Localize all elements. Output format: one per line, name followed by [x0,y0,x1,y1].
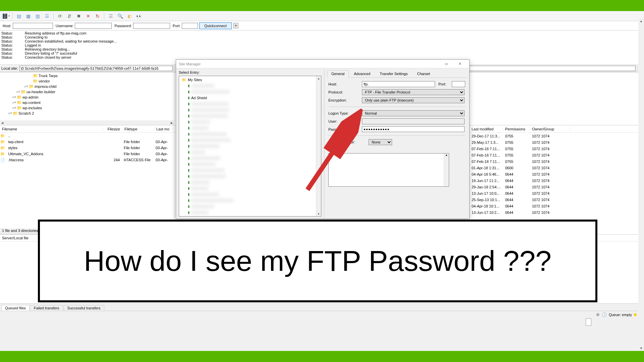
site-tree-item[interactable]: ▮ [180,107,320,113]
site-tree-item[interactable]: ▮ [180,125,320,131]
expand-icon[interactable]: ▫+ [24,84,28,89]
site-tree-item[interactable]: ▮ [180,155,320,161]
toggle-queue-button[interactable]: ☰ [43,12,51,20]
remote-file-row[interactable]: 04-Apr-18 10:1...06441072 1074 [460,203,644,209]
remote-file-row[interactable]: le19-Jun-17 11:2...06441072 1074 [460,177,644,184]
form-encryption-select[interactable]: Only use plain FTP (insecure) [362,97,465,103]
form-user-input[interactable] [362,118,465,124]
password-input[interactable] [133,23,170,29]
site-tree-item[interactable]: ▮ [180,197,320,203]
file-row[interactable]: 📁stylesFile folder03-Apr- [0,145,174,151]
scroll-right-icon[interactable]: ► [169,121,174,125]
reconnect-button[interactable]: ↻ [94,12,101,20]
col-filetype[interactable]: Filetype [122,127,154,131]
tree-item[interactable]: ▫+📁wp-content [1,100,173,105]
col-filesize[interactable]: Filesize [104,127,122,131]
tab-transfer-settings[interactable]: Transfer Settings [375,70,412,78]
site-tree-scroll[interactable]: ▲ ▼ [316,76,321,216]
tab-failed-transfers[interactable]: Failed transfers [30,305,63,311]
file-row[interactable]: 📁iwp-clientFile folder03-Apr- [0,139,174,145]
clock-icon[interactable]: 🕓 [602,312,607,317]
tree-item[interactable]: 📁vendor [1,78,173,84]
tab-queued-files[interactable]: Queued files [1,305,30,311]
comments-scroll[interactable]: ▲ [444,154,449,186]
local-file-list[interactable]: Filename Filesize Filetype Last mo 📁..📁i… [0,125,174,234]
site-tree-item[interactable]: ▮ [180,161,320,167]
tab-successful-transfers[interactable]: Successful transfers [64,305,104,311]
queue-col-server[interactable]: Server/Local file [2,236,29,240]
file-row[interactable]: 📄.htaccess244HTACCESS File03-Apr- [0,157,174,163]
site-tree-item[interactable]: ▮ [180,119,320,125]
expand-icon[interactable]: ▫+ [16,89,20,95]
remote-file-row[interactable]: TA...01-Apr-18 1:31...06001072 1074 [460,165,644,171]
refresh-button[interactable]: ⟳ [56,12,64,20]
process-queue-button[interactable]: ⇵ [66,12,73,20]
quickconnect-button[interactable]: Quickconnect [199,22,232,29]
local-site-input[interactable] [19,66,173,71]
sync-browse-button[interactable]: 👀 [135,12,143,20]
disconnect-button[interactable]: ✕ [85,12,92,20]
toggle-log-button[interactable]: ▤ [15,12,22,20]
quickconnect-dropdown[interactable]: ▾ [233,23,238,28]
username-input[interactable] [75,23,112,29]
site-manager-button[interactable]: 🗄️▾ [2,12,9,20]
toggle-local-tree-button[interactable]: ▦ [24,12,32,20]
site-tree-item[interactable]: ▮ [180,149,320,155]
file-row[interactable]: 📁Ultimate_VC_AddonsFile folder03-Apr- [0,151,174,157]
site-tree-item[interactable]: ▮ [180,167,320,173]
local-tree[interactable]: 📁Truck Tarps📁vendor▫+📁impreza-child▫+📁us… [0,72,174,125]
col-lastmod[interactable]: Last mo [154,127,173,131]
tab-advanced[interactable]: Advanced [350,70,375,78]
compare-button[interactable]: ◐ [126,12,133,20]
cancel-button[interactable]: ✖ [75,12,83,20]
site-tree-item[interactable]: ▮ [180,209,320,216]
search-button[interactable]: 🔍 [116,12,124,20]
site-tree-item[interactable]: ▮ [180,83,320,89]
dialog-titlebar[interactable]: Site Manager ▭ ✕ [176,60,469,68]
site-tree-item[interactable]: ▮ [180,113,320,119]
col-filename[interactable]: Filename [0,127,104,131]
maximize-icon[interactable]: ▭ [440,62,453,66]
gear-icon[interactable]: ⚙ [596,312,600,317]
remote-list-vscroll[interactable]: ▲ ▼ [638,18,644,351]
form-protocol-select[interactable]: FTP - File Transfer Protocol [362,89,465,95]
remote-file-row[interactable]: le13-Jun-17 10:0...06441072 1074 [460,190,644,196]
site-tree-item[interactable]: ▮ [180,203,320,209]
col-permissions[interactable]: Permissions [503,127,530,131]
filter-button[interactable]: ☰ [107,12,114,20]
tree-item[interactable]: ▫+📁wp-includes [1,105,173,111]
site-tree-root[interactable]: 📁My Sites [180,77,320,83]
expand-icon[interactable]: ▫+ [12,105,16,111]
form-host-input[interactable] [362,81,435,87]
scroll-down-icon[interactable]: ▼ [316,212,321,216]
site-tree-item[interactable]: ▮ [180,89,320,95]
tree-item[interactable]: 📁Truck Tarps [1,73,173,78]
expand-icon[interactable]: ▫+ [12,95,16,100]
site-tree-item[interactable]: ▮ [180,143,320,149]
expand-icon[interactable]: ▫+ [12,100,16,105]
site-tree-item[interactable]: ▮ [180,191,320,197]
site-tree[interactable]: 📁My Sites▮ ▮ ▮Ad Shield▮ ▮ ▮ ▮ ▮ ▮ ▮ ▮ ▮… [179,76,321,217]
form-bgcolor-select[interactable]: None [369,139,392,145]
site-tree-item[interactable]: ▮ [180,131,320,137]
host-input[interactable] [13,23,53,29]
tab-charset[interactable]: Charset [413,70,434,78]
site-tree-item[interactable]: ▮ [180,137,320,143]
remote-file-row[interactable]: le25-Sep-13 10:1...06441072 1074 [460,196,644,203]
close-icon[interactable]: ✕ [453,62,467,66]
scroll-down-icon[interactable]: ▼ [638,346,644,351]
port-input[interactable] [182,23,198,29]
file-row[interactable]: 📁.. [0,133,174,139]
tab-general[interactable]: General [327,70,349,78]
tree-item[interactable]: ▫+📁Scratch 2 [1,111,173,116]
col-owner[interactable]: Owner/Group [530,127,570,131]
scroll-up-icon[interactable]: ▲ [445,154,448,157]
remote-file-row[interactable]: er29-May-17 1:3...07551072 1074 [460,139,644,145]
scroll-up-icon[interactable]: ▲ [638,18,644,24]
remote-file-row[interactable]: SS...04-Apr-18 5:48...06441072 1074 [460,171,644,177]
remote-file-row[interactable]: er07-Feb-18 7:11...07551072 1074 [460,152,644,158]
tree-item[interactable]: ▫+📁impreza-child [1,84,173,89]
site-tree-item[interactable]: ▮ [180,101,320,107]
site-tree-item[interactable]: ▮Ad Shield [180,95,320,101]
scroll-up-icon[interactable]: ▲ [316,76,321,81]
